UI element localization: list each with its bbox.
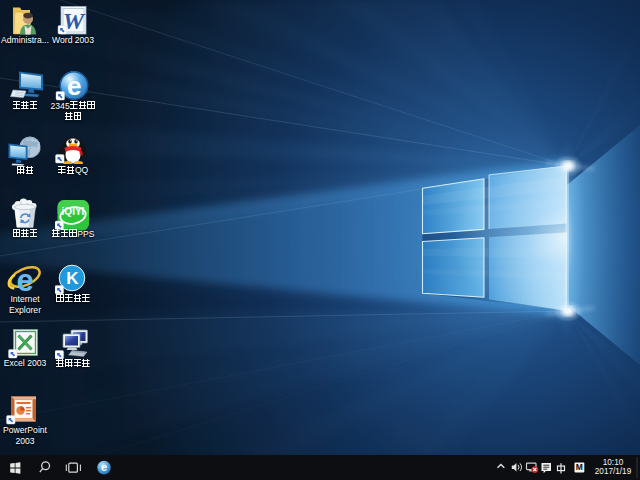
svg-text:iQIYI: iQIYI — [62, 206, 85, 217]
svg-text:2017/1/19: 2017/1/19 — [595, 467, 632, 476]
svg-text:M: M — [576, 462, 583, 472]
svg-text:K: K — [66, 269, 79, 288]
svg-text:e: e — [101, 461, 107, 473]
svg-text:e: e — [16, 264, 33, 295]
svg-text:10:10: 10:10 — [603, 458, 624, 467]
svg-text:e: e — [67, 71, 81, 101]
